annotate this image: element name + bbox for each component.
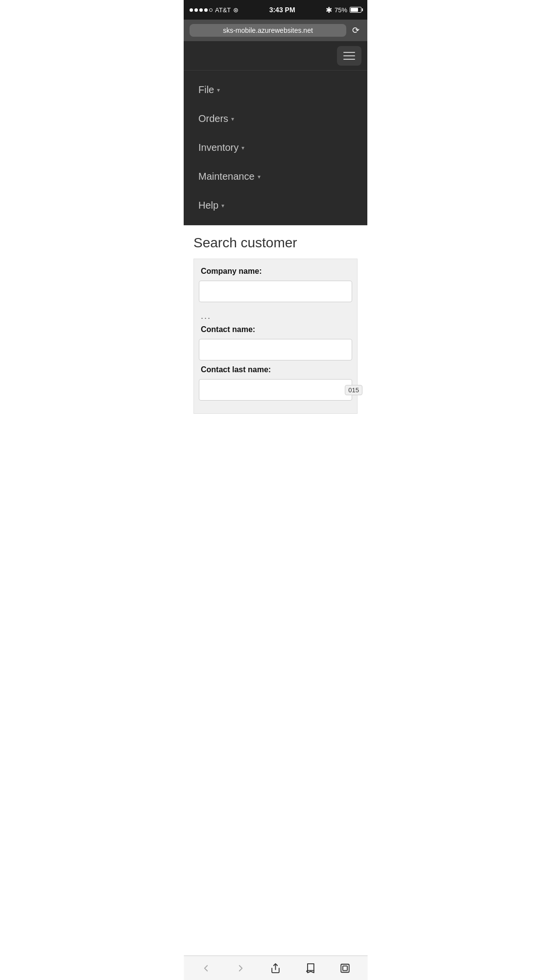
battery-percent: 75% xyxy=(335,6,347,14)
signal-dot-4 xyxy=(204,8,208,12)
hamburger-menu-button[interactable] xyxy=(337,46,361,66)
company-name-label: Company name: xyxy=(199,267,352,276)
status-time: 3:43 PM xyxy=(269,6,295,14)
contact-name-input[interactable] xyxy=(199,339,352,360)
main-content: Search customer Company name: ... Contac… xyxy=(184,225,367,424)
nav-label-help: Help xyxy=(198,200,218,211)
hamburger-line-1 xyxy=(343,52,355,53)
carrier-name: AT&T xyxy=(215,6,231,14)
nav-item-inventory[interactable]: Inventory ▾ xyxy=(184,133,367,162)
nav-label-inventory: Inventory xyxy=(198,142,239,153)
signal-dot-3 xyxy=(199,8,203,12)
hamburger-line-2 xyxy=(343,55,355,56)
url-bar: sks-mobile.azurewebsites.net ⟳ xyxy=(184,20,367,41)
contact-name-label: Contact name: xyxy=(199,325,352,334)
nav-menu: File ▾ Orders ▾ Inventory ▾ Maintenance … xyxy=(184,71,367,225)
signal-dots xyxy=(190,8,213,12)
nav-label-maintenance: Maintenance xyxy=(198,171,255,182)
contact-last-name-input[interactable] xyxy=(199,379,352,401)
nav-label-file: File xyxy=(198,84,214,96)
nav-item-help[interactable]: Help ▾ xyxy=(184,191,367,220)
search-form: Company name: ... Contact name: Contact … xyxy=(193,259,358,414)
chevron-down-icon-inventory: ▾ xyxy=(241,144,244,151)
bluetooth-icon: ✱ xyxy=(326,5,332,15)
reload-button[interactable]: ⟳ xyxy=(350,24,361,37)
hamburger-line-3 xyxy=(343,59,355,60)
battery-bar xyxy=(350,7,361,13)
signal-dot-1 xyxy=(190,8,193,12)
app-header xyxy=(184,41,367,71)
chevron-down-icon-file: ▾ xyxy=(217,87,220,94)
status-left: AT&T ⊛ xyxy=(190,6,239,14)
wifi-icon: ⊛ xyxy=(233,6,239,14)
nav-label-orders: Orders xyxy=(198,113,228,124)
nav-item-orders[interactable]: Orders ▾ xyxy=(184,104,367,133)
contact-last-name-label: Contact last name: xyxy=(199,365,352,374)
page-number-badge: 015 xyxy=(345,385,362,395)
chevron-down-icon-orders: ▾ xyxy=(231,116,234,122)
signal-dot-2 xyxy=(194,8,198,12)
nav-item-file[interactable]: File ▾ xyxy=(184,75,367,104)
company-name-input[interactable] xyxy=(199,281,352,302)
page-title: Search customer xyxy=(193,235,358,251)
chevron-down-icon-help: ▾ xyxy=(221,202,224,209)
status-bar: AT&T ⊛ 3:43 PM ✱ 75% xyxy=(184,0,367,20)
status-right: ✱ 75% xyxy=(326,5,361,15)
signal-dot-5 xyxy=(209,8,213,12)
battery-fill xyxy=(351,8,358,12)
battery-indicator xyxy=(350,7,361,13)
chevron-down-icon-maintenance: ▾ xyxy=(258,173,261,180)
ellipsis-separator: ... xyxy=(199,307,352,325)
url-field[interactable]: sks-mobile.azurewebsites.net xyxy=(190,24,346,37)
nav-item-maintenance[interactable]: Maintenance ▾ xyxy=(184,162,367,191)
